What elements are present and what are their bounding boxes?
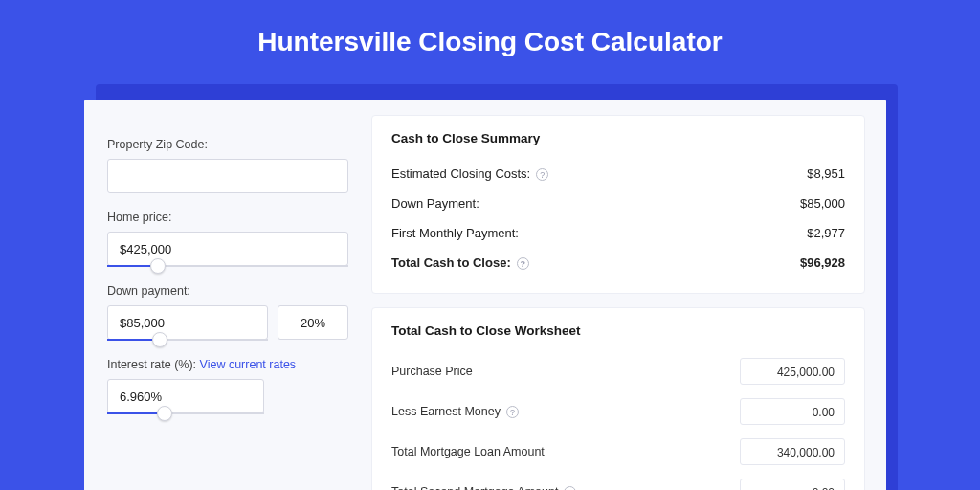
summary-row-value: $8,951 [807, 167, 845, 181]
interest-input[interactable] [107, 379, 264, 413]
view-rates-link[interactable]: View current rates [200, 358, 297, 371]
down-payment-field-group: Down payment: [107, 284, 348, 341]
summary-row: Down Payment:$85,000 [391, 189, 845, 218]
worksheet-row-value[interactable]: 340,000.00 [740, 438, 845, 465]
interest-slider-thumb[interactable] [157, 406, 172, 421]
inputs-column: Property Zip Code: Home price: Down paym… [84, 100, 371, 490]
summary-row-label: Total Cash to Close:? [391, 256, 529, 270]
zip-label: Property Zip Code: [107, 138, 348, 151]
help-icon[interactable]: ? [564, 486, 576, 490]
worksheet-row-value[interactable]: 425,000.00 [740, 358, 845, 385]
worksheet-row-label: Total Mortgage Loan Amount [391, 445, 545, 458]
down-payment-pct-input[interactable] [278, 305, 348, 340]
summary-row-label: Estimated Closing Costs:? [391, 167, 548, 181]
interest-field-group: Interest rate (%): View current rates [107, 358, 348, 414]
down-payment-input[interactable] [107, 305, 268, 340]
summary-row: Estimated Closing Costs:?$8,951 [391, 159, 845, 189]
worksheet-row-value[interactable]: 0.00 [740, 398, 845, 425]
calculator-panel: Property Zip Code: Home price: Down paym… [84, 100, 886, 490]
summary-row: Total Cash to Close:?$96,928 [391, 248, 845, 278]
interest-label: Interest rate (%): View current rates [107, 358, 348, 371]
summary-title: Cash to Close Summary [391, 131, 845, 145]
worksheet-title: Total Cash to Close Worksheet [391, 323, 845, 338]
home-price-input[interactable] [107, 232, 348, 266]
help-icon[interactable]: ? [506, 406, 519, 418]
home-price-label: Home price: [107, 211, 348, 224]
worksheet-row-label: Total Second Mortgage Amount? [391, 485, 576, 490]
home-price-slider-thumb[interactable] [150, 258, 166, 274]
worksheet-row: Total Mortgage Loan Amount340,000.00 [391, 432, 845, 472]
home-price-field-group: Home price: [107, 211, 348, 267]
home-price-slider[interactable] [107, 265, 348, 267]
page-title: Huntersville Closing Cost Calculator [0, 0, 980, 78]
worksheet-row: Purchase Price425,000.00 [391, 351, 845, 391]
interest-slider[interactable] [107, 412, 264, 414]
summary-row-label: Down Payment: [391, 196, 479, 211]
zip-field-group: Property Zip Code: [107, 138, 348, 193]
results-column: Cash to Close Summary Estimated Closing … [371, 100, 886, 490]
summary-row-value: $96,928 [800, 256, 845, 270]
worksheet-row-value[interactable]: 0.00 [740, 479, 845, 490]
worksheet-row-label: Purchase Price [391, 365, 473, 378]
worksheet-row: Less Earnest Money?0.00 [391, 391, 845, 432]
summary-row-value: $2,977 [807, 226, 845, 240]
worksheet-row-label: Less Earnest Money? [391, 405, 519, 418]
summary-row-label: First Monthly Payment: [391, 226, 519, 240]
help-icon[interactable]: ? [517, 257, 529, 270]
worksheet-card: Total Cash to Close Worksheet Purchase P… [371, 307, 865, 490]
down-payment-label: Down payment: [107, 284, 348, 298]
help-icon[interactable]: ? [536, 168, 548, 181]
summary-row-value: $85,000 [800, 196, 845, 211]
worksheet-row: Total Second Mortgage Amount?0.00 [391, 472, 845, 490]
interest-label-text: Interest rate (%): [107, 358, 196, 371]
down-payment-slider-thumb[interactable] [152, 332, 167, 347]
zip-input[interactable] [107, 159, 348, 193]
summary-card: Cash to Close Summary Estimated Closing … [371, 115, 865, 294]
summary-row: First Monthly Payment:$2,977 [391, 218, 845, 248]
down-payment-slider[interactable] [107, 339, 268, 341]
